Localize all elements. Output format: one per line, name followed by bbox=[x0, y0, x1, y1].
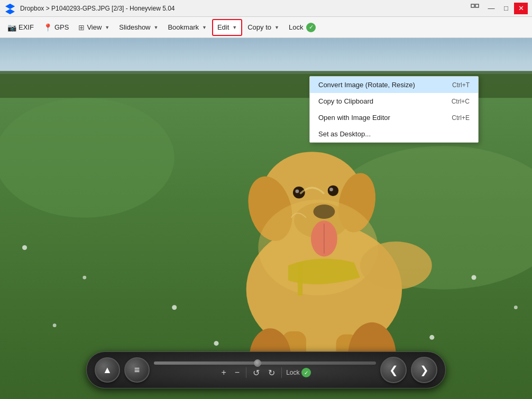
edit-label: Edit bbox=[217, 23, 229, 31]
lock-text: Lock bbox=[286, 369, 299, 376]
pin-icon: 📍 bbox=[43, 23, 52, 32]
svg-point-17 bbox=[214, 341, 218, 346]
exif-label: EXIF bbox=[19, 23, 34, 31]
dropdown-item-convert[interactable]: Convert Image (Rotate, Resize) Ctrl+T bbox=[310, 77, 478, 93]
menu-gps[interactable]: 📍 GPS bbox=[39, 19, 73, 36]
menu-view[interactable]: ⊞ View ▼ bbox=[74, 19, 114, 36]
lock-control[interactable]: Lock ✓ bbox=[286, 368, 310, 377]
titlebar: Dropbox > P1040293-GPS.JPG [2/3] - Honey… bbox=[0, 0, 532, 17]
zoom-slider-area: + − ↺ ↻ Lock ✓ bbox=[154, 361, 376, 379]
set-desktop-label: Set as Desktop... bbox=[318, 130, 371, 138]
lock-label: Lock bbox=[289, 23, 303, 31]
separator2 bbox=[281, 367, 282, 378]
minimize-button[interactable]: — bbox=[484, 3, 498, 14]
close-button[interactable]: ✕ bbox=[514, 3, 528, 14]
zoom-out-button[interactable]: − bbox=[233, 367, 242, 378]
bookmark-chevron: ▼ bbox=[202, 25, 207, 30]
copyto-chevron: ▼ bbox=[274, 25, 279, 30]
svg-point-25 bbox=[328, 185, 338, 196]
convert-shortcut: Ctrl+T bbox=[452, 81, 470, 89]
dropdown-item-open-editor[interactable]: Open with Image Editor Ctrl+E bbox=[310, 109, 478, 126]
menu-icon: ≡ bbox=[134, 365, 140, 376]
prev-button[interactable]: ❮ bbox=[380, 357, 407, 383]
svg-point-24 bbox=[296, 190, 299, 193]
svg-point-23 bbox=[293, 187, 305, 199]
svg-point-15 bbox=[429, 335, 434, 340]
app-logo bbox=[4, 3, 16, 14]
slideshow-chevron: ▼ bbox=[154, 25, 159, 30]
edit-chevron: ▼ bbox=[232, 25, 237, 30]
view-chevron: ▼ bbox=[105, 25, 109, 30]
menu-slideshow[interactable]: Slideshow ▼ bbox=[115, 19, 162, 36]
lock-check-badge: ✓ bbox=[301, 368, 311, 377]
window-title: Dropbox > P1040293-GPS.JPG [2/3] - Honey… bbox=[20, 5, 470, 12]
camera-icon: 📷 bbox=[7, 23, 16, 32]
edit-dropdown-menu: Convert Image (Rotate, Resize) Ctrl+T Co… bbox=[309, 76, 479, 143]
copyto-label: Copy to bbox=[247, 23, 271, 31]
svg-point-7 bbox=[0, 98, 175, 218]
titlebar-snap-icon bbox=[470, 3, 480, 13]
lock-check-icon: ✓ bbox=[306, 23, 316, 32]
image-area: Convert Image (Rotate, Resize) Ctrl+T Co… bbox=[0, 38, 532, 399]
svg-point-11 bbox=[172, 305, 177, 310]
menu-copyto[interactable]: Copy to ▼ bbox=[243, 19, 283, 36]
svg-point-12 bbox=[53, 323, 57, 327]
next-button[interactable]: ❯ bbox=[411, 357, 437, 383]
bottom-toolbar: ▲ ≡ + − ↺ ↻ Lock ✓ bbox=[86, 351, 446, 388]
svg-point-26 bbox=[329, 188, 333, 191]
dropdown-item-set-desktop[interactable]: Set as Desktop... bbox=[310, 126, 478, 142]
next-icon: ❯ bbox=[420, 364, 429, 376]
svg-point-36 bbox=[360, 242, 432, 290]
menu-bookmark[interactable]: Bookmark ▼ bbox=[163, 19, 210, 36]
maximize-button[interactable]: □ bbox=[499, 3, 513, 14]
svg-point-13 bbox=[472, 275, 476, 280]
rotate-left-button[interactable]: ↺ bbox=[251, 367, 262, 379]
mini-controls: + − ↺ ↻ Lock ✓ bbox=[219, 367, 310, 379]
view-icon: ⊞ bbox=[78, 23, 85, 32]
view-label: View bbox=[87, 23, 102, 31]
zoom-in-button[interactable]: + bbox=[219, 367, 228, 378]
slideshow-label: Slideshow bbox=[119, 23, 150, 31]
open-editor-shortcut: Ctrl+E bbox=[452, 114, 470, 122]
gps-label: GPS bbox=[54, 23, 69, 31]
eject-icon: ▲ bbox=[103, 365, 112, 376]
eject-button[interactable]: ▲ bbox=[95, 357, 120, 383]
bookmark-label: Bookmark bbox=[168, 23, 199, 31]
menu-lock[interactable]: Lock ✓ bbox=[285, 19, 320, 36]
convert-label: Convert Image (Rotate, Resize) bbox=[318, 81, 415, 89]
zoom-slider-thumb[interactable] bbox=[254, 359, 261, 367]
svg-point-10 bbox=[82, 276, 86, 280]
svg-marker-1 bbox=[10, 4, 15, 9]
svg-rect-2 bbox=[471, 4, 474, 7]
open-editor-label: Open with Image Editor bbox=[318, 114, 390, 122]
rotate-right-button[interactable]: ↻ bbox=[266, 367, 277, 379]
dropdown-item-copy-clipboard[interactable]: Copy to Clipboard Ctrl+C bbox=[310, 93, 478, 109]
separator1 bbox=[246, 367, 246, 378]
svg-point-14 bbox=[514, 305, 518, 309]
zoom-slider-track[interactable] bbox=[154, 361, 376, 365]
copy-clipboard-shortcut: Ctrl+C bbox=[452, 98, 470, 105]
menu-button[interactable]: ≡ bbox=[124, 357, 150, 383]
menubar: 📷 EXIF 📍 GPS ⊞ View ▼ Slideshow ▼ Bookma… bbox=[0, 17, 532, 38]
svg-point-9 bbox=[22, 245, 27, 250]
svg-rect-3 bbox=[475, 4, 479, 7]
prev-icon: ❮ bbox=[389, 364, 398, 376]
menu-edit[interactable]: Edit ▼ bbox=[212, 19, 242, 36]
copy-clipboard-label: Copy to Clipboard bbox=[318, 97, 373, 105]
menu-exif[interactable]: 📷 EXIF bbox=[3, 19, 38, 36]
